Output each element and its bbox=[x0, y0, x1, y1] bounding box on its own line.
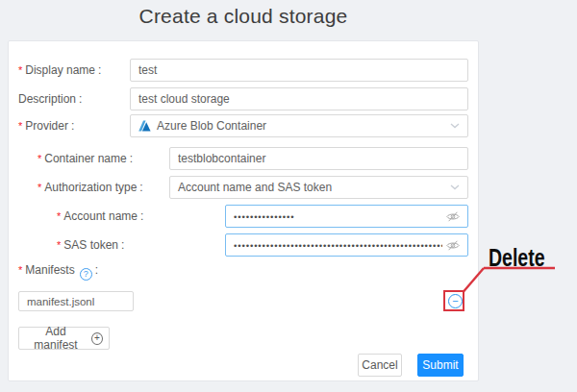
description-label: Description: bbox=[18, 87, 82, 110]
eye-invisible-icon[interactable] bbox=[446, 240, 460, 251]
submit-button[interactable]: Submit bbox=[417, 354, 464, 377]
description-input[interactable] bbox=[130, 87, 468, 110]
delete-manifest-button[interactable]: − bbox=[448, 294, 463, 308]
page-title: Create a cloud storage bbox=[8, 5, 479, 28]
add-manifest-button[interactable]: Add manifest + bbox=[18, 327, 110, 350]
display-name-input[interactable] bbox=[130, 59, 468, 82]
authorization-type-value: Account name and SAS token bbox=[178, 181, 332, 194]
minus-circle-icon: − bbox=[452, 296, 458, 306]
account-name-masked-value: ••••••••••••••• bbox=[234, 211, 294, 222]
authorization-type-select[interactable]: Account name and SAS token bbox=[169, 176, 468, 199]
sas-token-input[interactable]: ••••••••••••••••••••••••••••••••••••••••… bbox=[225, 233, 468, 257]
required-asterisk: * bbox=[57, 210, 61, 222]
sas-token-label: *SAS token: bbox=[57, 233, 124, 257]
container-name-label: *Container name: bbox=[38, 147, 133, 170]
required-asterisk: * bbox=[18, 264, 22, 276]
create-cloud-storage-page: { "title": "Create a cloud storage", "ma… bbox=[0, 0, 577, 392]
delete-annotation-label: Delete bbox=[489, 244, 545, 272]
account-name-input[interactable]: ••••••••••••••• bbox=[225, 205, 468, 228]
required-asterisk: * bbox=[18, 64, 22, 76]
provider-label: *Provider: bbox=[18, 114, 74, 137]
provider-value: Azure Blob Container bbox=[157, 119, 266, 133]
authorization-type-label: *Authorization type: bbox=[38, 176, 143, 199]
chevron-down-icon bbox=[450, 123, 460, 129]
manifests-label: *Manifests?: bbox=[18, 258, 98, 282]
add-manifest-label: Add manifest bbox=[25, 325, 87, 352]
chevron-down-icon bbox=[450, 184, 460, 190]
eye-invisible-icon[interactable] bbox=[446, 211, 460, 222]
plus-circle-icon: + bbox=[91, 332, 103, 345]
sas-token-masked-value: ••••••••••••••••••••••••••••••••••••••••… bbox=[234, 240, 442, 251]
required-asterisk: * bbox=[57, 239, 61, 251]
manifest-input[interactable] bbox=[18, 291, 134, 311]
container-name-input[interactable] bbox=[169, 147, 468, 170]
required-asterisk: * bbox=[38, 153, 41, 164]
form-card: *Display name: Description: *Provider: A… bbox=[8, 40, 479, 381]
provider-select[interactable]: Azure Blob Container bbox=[130, 114, 468, 137]
required-asterisk: * bbox=[38, 182, 41, 193]
display-name-label: *Display name: bbox=[18, 59, 101, 82]
cancel-button[interactable]: Cancel bbox=[358, 354, 402, 377]
account-name-label: *Account name: bbox=[57, 205, 143, 228]
required-asterisk: * bbox=[18, 120, 22, 132]
azure-icon bbox=[138, 120, 151, 132]
help-icon[interactable]: ? bbox=[80, 268, 92, 281]
